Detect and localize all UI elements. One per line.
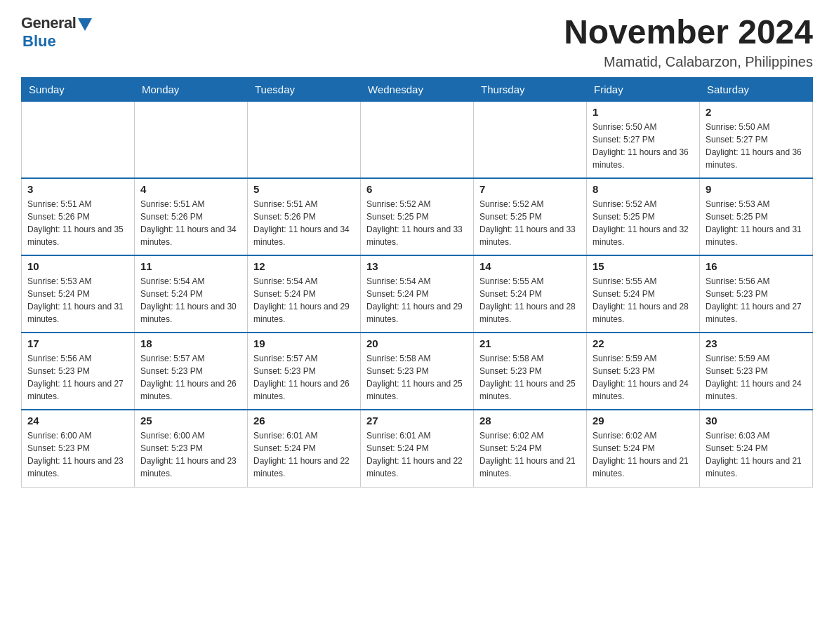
day-info: Sunrise: 5:58 AM Sunset: 5:23 PM Dayligh… bbox=[479, 352, 581, 403]
day-info: Sunrise: 5:50 AM Sunset: 5:27 PM Dayligh… bbox=[593, 121, 694, 171]
calendar-header-wednesday: Wednesday bbox=[361, 77, 474, 101]
day-number: 2 bbox=[706, 106, 807, 118]
calendar-cell: 19Sunrise: 5:57 AM Sunset: 5:23 PM Dayli… bbox=[248, 333, 361, 410]
day-info: Sunrise: 5:50 AM Sunset: 5:27 PM Dayligh… bbox=[706, 121, 807, 171]
day-number: 5 bbox=[253, 183, 355, 195]
day-number: 29 bbox=[593, 415, 694, 427]
day-info: Sunrise: 6:00 AM Sunset: 5:23 PM Dayligh… bbox=[27, 429, 128, 480]
day-number: 20 bbox=[366, 337, 468, 349]
day-number: 8 bbox=[593, 183, 694, 195]
calendar-cell: 26Sunrise: 6:01 AM Sunset: 5:24 PM Dayli… bbox=[248, 410, 361, 487]
calendar-cell: 8Sunrise: 5:52 AM Sunset: 5:25 PM Daylig… bbox=[587, 178, 700, 255]
day-info: Sunrise: 5:59 AM Sunset: 5:23 PM Dayligh… bbox=[706, 352, 807, 403]
calendar-cell: 14Sunrise: 5:55 AM Sunset: 5:24 PM Dayli… bbox=[474, 255, 587, 333]
calendar-cell: 27Sunrise: 6:01 AM Sunset: 5:24 PM Dayli… bbox=[361, 410, 474, 487]
calendar-cell: 24Sunrise: 6:00 AM Sunset: 5:23 PM Dayli… bbox=[22, 410, 135, 487]
day-info: Sunrise: 5:54 AM Sunset: 5:24 PM Dayligh… bbox=[366, 275, 468, 326]
day-info: Sunrise: 5:56 AM Sunset: 5:23 PM Dayligh… bbox=[706, 275, 807, 326]
calendar-week-row-4: 17Sunrise: 5:56 AM Sunset: 5:23 PM Dayli… bbox=[22, 333, 813, 410]
day-number: 27 bbox=[366, 415, 468, 427]
logo-blue-text: Blue bbox=[22, 32, 56, 51]
title-section: November 2024 Mamatid, Calabarzon, Phili… bbox=[564, 14, 813, 70]
day-number: 1 bbox=[593, 106, 694, 118]
day-number: 14 bbox=[479, 260, 581, 272]
day-number: 13 bbox=[366, 260, 468, 272]
day-info: Sunrise: 6:02 AM Sunset: 5:24 PM Dayligh… bbox=[479, 429, 581, 480]
day-info: Sunrise: 5:58 AM Sunset: 5:23 PM Dayligh… bbox=[366, 352, 468, 403]
subtitle: Mamatid, Calabarzon, Philippines bbox=[564, 54, 813, 70]
day-number: 9 bbox=[706, 183, 807, 195]
calendar-cell: 23Sunrise: 5:59 AM Sunset: 5:23 PM Dayli… bbox=[700, 333, 813, 410]
day-info: Sunrise: 5:51 AM Sunset: 5:26 PM Dayligh… bbox=[27, 198, 128, 248]
calendar-cell: 29Sunrise: 6:02 AM Sunset: 5:24 PM Dayli… bbox=[587, 410, 700, 487]
logo-general-text: General bbox=[21, 14, 76, 32]
calendar-week-row-5: 24Sunrise: 6:00 AM Sunset: 5:23 PM Dayli… bbox=[22, 410, 813, 487]
day-number: 3 bbox=[27, 183, 128, 195]
calendar-cell bbox=[361, 101, 474, 178]
day-info: Sunrise: 5:52 AM Sunset: 5:25 PM Dayligh… bbox=[366, 198, 468, 248]
calendar-cell: 1Sunrise: 5:50 AM Sunset: 5:27 PM Daylig… bbox=[587, 101, 700, 178]
day-number: 22 bbox=[593, 337, 694, 349]
day-info: Sunrise: 5:53 AM Sunset: 5:24 PM Dayligh… bbox=[27, 275, 128, 326]
calendar-cell: 15Sunrise: 5:55 AM Sunset: 5:24 PM Dayli… bbox=[587, 255, 700, 333]
calendar-cell: 6Sunrise: 5:52 AM Sunset: 5:25 PM Daylig… bbox=[361, 178, 474, 255]
day-info: Sunrise: 5:56 AM Sunset: 5:23 PM Dayligh… bbox=[27, 352, 128, 403]
calendar-header-thursday: Thursday bbox=[474, 77, 587, 101]
calendar-cell bbox=[135, 101, 248, 178]
day-number: 6 bbox=[366, 183, 468, 195]
calendar-cell: 28Sunrise: 6:02 AM Sunset: 5:24 PM Dayli… bbox=[474, 410, 587, 487]
day-number: 25 bbox=[140, 415, 241, 427]
day-info: Sunrise: 5:52 AM Sunset: 5:25 PM Dayligh… bbox=[593, 198, 694, 248]
day-number: 18 bbox=[140, 337, 241, 349]
day-number: 30 bbox=[706, 415, 807, 427]
day-number: 19 bbox=[253, 337, 355, 349]
logo: General Blue bbox=[21, 14, 92, 51]
calendar-cell: 16Sunrise: 5:56 AM Sunset: 5:23 PM Dayli… bbox=[700, 255, 813, 333]
calendar-header-friday: Friday bbox=[587, 77, 700, 101]
day-info: Sunrise: 5:57 AM Sunset: 5:23 PM Dayligh… bbox=[140, 352, 241, 403]
day-info: Sunrise: 6:00 AM Sunset: 5:23 PM Dayligh… bbox=[140, 429, 241, 480]
calendar-cell: 25Sunrise: 6:00 AM Sunset: 5:23 PM Dayli… bbox=[135, 410, 248, 487]
day-info: Sunrise: 5:59 AM Sunset: 5:23 PM Dayligh… bbox=[593, 352, 694, 403]
calendar-week-row-1: 1Sunrise: 5:50 AM Sunset: 5:27 PM Daylig… bbox=[22, 101, 813, 178]
page-header: General Blue November 2024 Mamatid, Cala… bbox=[21, 14, 813, 70]
day-number: 21 bbox=[479, 337, 581, 349]
calendar-cell bbox=[248, 101, 361, 178]
day-number: 28 bbox=[479, 415, 581, 427]
day-info: Sunrise: 5:51 AM Sunset: 5:26 PM Dayligh… bbox=[140, 198, 241, 248]
calendar-header-tuesday: Tuesday bbox=[248, 77, 361, 101]
calendar-week-row-3: 10Sunrise: 5:53 AM Sunset: 5:24 PM Dayli… bbox=[22, 255, 813, 333]
main-title: November 2024 bbox=[564, 14, 813, 51]
calendar-cell: 11Sunrise: 5:54 AM Sunset: 5:24 PM Dayli… bbox=[135, 255, 248, 333]
calendar-cell: 18Sunrise: 5:57 AM Sunset: 5:23 PM Dayli… bbox=[135, 333, 248, 410]
calendar-cell: 21Sunrise: 5:58 AM Sunset: 5:23 PM Dayli… bbox=[474, 333, 587, 410]
day-info: Sunrise: 5:55 AM Sunset: 5:24 PM Dayligh… bbox=[593, 275, 694, 326]
day-number: 26 bbox=[253, 415, 355, 427]
day-number: 4 bbox=[140, 183, 241, 195]
calendar-week-row-2: 3Sunrise: 5:51 AM Sunset: 5:26 PM Daylig… bbox=[22, 178, 813, 255]
calendar-cell: 7Sunrise: 5:52 AM Sunset: 5:25 PM Daylig… bbox=[474, 178, 587, 255]
calendar-cell: 10Sunrise: 5:53 AM Sunset: 5:24 PM Dayli… bbox=[22, 255, 135, 333]
day-info: Sunrise: 5:55 AM Sunset: 5:24 PM Dayligh… bbox=[479, 275, 581, 326]
day-info: Sunrise: 5:53 AM Sunset: 5:25 PM Dayligh… bbox=[706, 198, 807, 248]
day-info: Sunrise: 5:51 AM Sunset: 5:26 PM Dayligh… bbox=[253, 198, 355, 248]
day-number: 11 bbox=[140, 260, 241, 272]
logo-triangle-icon bbox=[78, 18, 92, 31]
calendar-cell: 20Sunrise: 5:58 AM Sunset: 5:23 PM Dayli… bbox=[361, 333, 474, 410]
calendar-cell: 30Sunrise: 6:03 AM Sunset: 5:24 PM Dayli… bbox=[700, 410, 813, 487]
calendar-cell: 13Sunrise: 5:54 AM Sunset: 5:24 PM Dayli… bbox=[361, 255, 474, 333]
day-number: 7 bbox=[479, 183, 581, 195]
day-number: 15 bbox=[593, 260, 694, 272]
day-number: 23 bbox=[706, 337, 807, 349]
calendar-cell bbox=[474, 101, 587, 178]
day-number: 16 bbox=[706, 260, 807, 272]
calendar-cell: 3Sunrise: 5:51 AM Sunset: 5:26 PM Daylig… bbox=[22, 178, 135, 255]
day-number: 10 bbox=[27, 260, 128, 272]
day-number: 24 bbox=[27, 415, 128, 427]
calendar-cell: 12Sunrise: 5:54 AM Sunset: 5:24 PM Dayli… bbox=[248, 255, 361, 333]
day-info: Sunrise: 6:03 AM Sunset: 5:24 PM Dayligh… bbox=[706, 429, 807, 480]
calendar-cell bbox=[22, 101, 135, 178]
calendar-header-saturday: Saturday bbox=[700, 77, 813, 101]
day-info: Sunrise: 6:01 AM Sunset: 5:24 PM Dayligh… bbox=[253, 429, 355, 480]
day-number: 17 bbox=[27, 337, 128, 349]
